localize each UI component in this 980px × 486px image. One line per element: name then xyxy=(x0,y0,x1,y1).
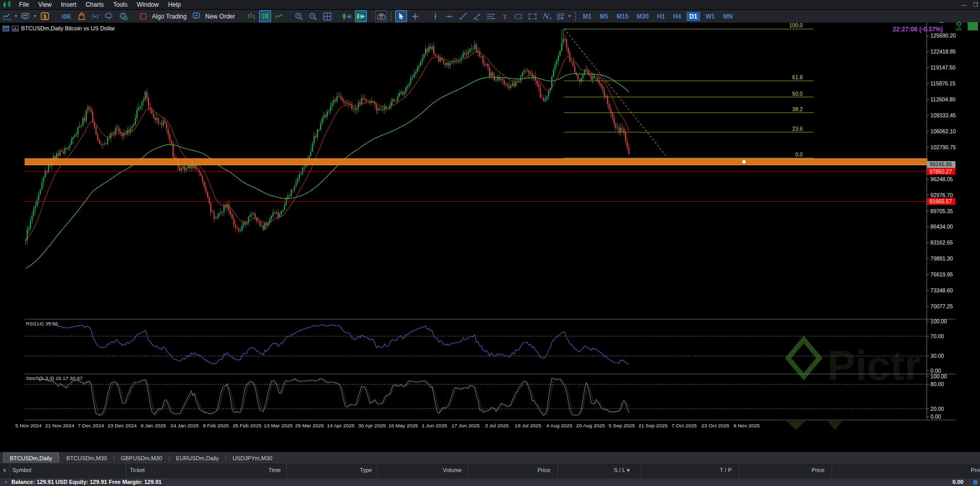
profiles-caret[interactable]: ▼ xyxy=(33,14,37,19)
svg-text:23.6: 23.6 xyxy=(792,126,803,132)
app-logo-icon xyxy=(2,1,12,8)
vertical-line-tool[interactable] xyxy=(429,10,441,22)
bars-chart-button[interactable] xyxy=(245,10,257,22)
timeframe-d1[interactable]: D1 xyxy=(686,12,700,21)
text-tool[interactable]: T xyxy=(499,10,511,22)
date-tick: 1 Jun 2025 xyxy=(421,423,447,428)
chart-shift-button[interactable] xyxy=(355,10,367,22)
restore-button[interactable]: ❐ xyxy=(973,2,978,8)
svg-text:61.8: 61.8 xyxy=(792,75,803,80)
date-tick: 9 Feb 2025 xyxy=(203,423,229,428)
date-tick: 17 Jun 2025 xyxy=(451,423,480,428)
svg-text:89705.35: 89705.35 xyxy=(931,209,953,214)
menu-window[interactable]: Window xyxy=(132,0,164,9)
timeframe-mn[interactable]: MN xyxy=(720,12,736,21)
svg-text:70.00: 70.00 xyxy=(931,334,944,339)
svg-text:102790.75: 102790.75 xyxy=(931,145,956,150)
cursor-button[interactable] xyxy=(395,10,407,22)
svg-text:IDE: IDE xyxy=(62,13,71,20)
svg-text:100.00: 100.00 xyxy=(931,374,947,379)
date-tick: 13 Mar 2025 xyxy=(264,423,293,428)
toolbox-column-price[interactable]: Price xyxy=(537,467,550,473)
algo-trading-label[interactable]: Algo Trading xyxy=(152,13,187,20)
date-tick: 21 Nov 2024 xyxy=(45,423,75,428)
tile-windows-button[interactable] xyxy=(321,10,333,22)
toolbox-column-profit[interactable]: Profit xyxy=(971,467,980,473)
toolbox-column-time[interactable]: Time xyxy=(268,467,281,473)
menu-charts[interactable]: Charts xyxy=(81,0,108,9)
toolbox-column-sl[interactable]: S / L ▾ xyxy=(614,467,630,474)
trendline-tool[interactable] xyxy=(457,10,469,22)
menu-file[interactable]: File xyxy=(14,0,33,9)
market-watch-button[interactable]: $ xyxy=(39,10,51,22)
fibo-tool[interactable] xyxy=(485,10,497,22)
timeframe-group: M1M5M15M30H1H4D1W1MN xyxy=(579,10,737,23)
toolbox-column-type[interactable]: Type xyxy=(360,467,372,473)
new-order-icon[interactable] xyxy=(191,10,202,22)
toolbox-column-ticket[interactable]: Ticket xyxy=(130,467,145,473)
chart-canvas[interactable]: 100.061.850.038.223.60.0Pictr125690.2012… xyxy=(0,23,980,452)
cloud-icon[interactable] xyxy=(104,10,115,22)
svg-text:122418.85: 122418.85 xyxy=(931,49,956,55)
connection-icon xyxy=(973,480,978,485)
date-tick: 16 May 2025 xyxy=(388,423,418,428)
elliott-tool[interactable]: B xyxy=(540,10,552,22)
date-tick: 7 Oct 2025 xyxy=(672,423,697,428)
shapes-tool[interactable] xyxy=(554,10,566,22)
timeframe-h4[interactable]: H4 xyxy=(670,12,684,21)
algo-trading-icon[interactable] xyxy=(138,10,149,22)
date-tick: 30 Apr 2025 xyxy=(358,423,386,428)
timeframe-m30[interactable]: M30 xyxy=(634,12,652,21)
label-tool[interactable] xyxy=(513,10,525,22)
shapes-caret[interactable]: ▼ xyxy=(567,14,571,19)
rectangle-tool[interactable] xyxy=(527,10,538,22)
menu-tools[interactable]: Tools xyxy=(109,0,132,9)
chart-tab-btcusdm-daily[interactable]: BTCUSDm,Daily xyxy=(3,453,59,463)
community-icon[interactable] xyxy=(117,10,129,22)
chart-tab-eurusdm-daily[interactable]: EURUSDm,Daily xyxy=(170,454,225,463)
svg-text:$: $ xyxy=(43,13,46,19)
svg-text:38.2: 38.2 xyxy=(792,107,803,112)
svg-text:125690.20: 125690.20 xyxy=(931,33,956,39)
menu-help[interactable]: Help xyxy=(163,0,185,9)
timeframe-h1[interactable]: H1 xyxy=(654,12,668,21)
toolbox-close-button[interactable]: x xyxy=(2,466,8,474)
timeframe-m15[interactable]: M15 xyxy=(614,12,632,21)
toolbox-column-separator xyxy=(286,464,287,477)
chart-window-icon xyxy=(3,26,9,31)
menu-view[interactable]: View xyxy=(33,0,56,9)
chart-tab-btcusdm-m30[interactable]: BTCUSDm,M30 xyxy=(60,454,113,463)
ide-button[interactable]: IDE xyxy=(59,10,74,22)
svg-text:115876.15: 115876.15 xyxy=(931,81,956,86)
toolbox-column-tp[interactable]: T / P xyxy=(720,467,732,473)
market-store-icon[interactable] xyxy=(76,10,88,22)
screenshot-button[interactable] xyxy=(375,10,387,22)
new-order-label[interactable]: New Order xyxy=(205,13,235,20)
chart-tab-gbpusdm-m30[interactable]: GBPUSDm,M30 xyxy=(114,454,168,463)
minimize-button[interactable]: — xyxy=(961,2,967,8)
toolbox-column-volume[interactable]: Volume xyxy=(443,467,462,473)
timeframe-w1[interactable]: W1 xyxy=(702,12,718,21)
crosshair-button[interactable] xyxy=(409,10,421,22)
chart-tab-usdjpym-m30[interactable]: USDJPYm,M30 xyxy=(226,454,278,463)
new-chart-caret[interactable]: ▼ xyxy=(14,14,18,19)
channel-tool[interactable] xyxy=(471,10,483,22)
horizontal-line-tool[interactable] xyxy=(443,10,455,22)
line-chart-button[interactable] xyxy=(273,10,285,22)
svg-text:109333.45: 109333.45 xyxy=(931,113,956,118)
zoom-in-button[interactable] xyxy=(293,10,305,22)
svg-text:0.00: 0.00 xyxy=(931,414,941,420)
new-chart-button[interactable] xyxy=(1,10,13,22)
profiles-button[interactable] xyxy=(20,10,32,22)
candles-chart-button[interactable] xyxy=(259,10,271,22)
menu-insert[interactable]: Insert xyxy=(56,0,81,9)
auto-scroll-button[interactable] xyxy=(341,10,353,22)
date-tick: 4 Aug 2025 xyxy=(546,423,572,428)
timeframe-m5[interactable]: M5 xyxy=(597,12,612,21)
toolbox-column-price[interactable]: Price xyxy=(812,467,824,473)
zoom-out-button[interactable] xyxy=(307,10,319,22)
toolbox-column-separator xyxy=(557,464,558,477)
signals-icon[interactable] xyxy=(90,10,102,22)
timeframe-m1[interactable]: M1 xyxy=(580,12,595,21)
toolbox-column-symbol[interactable]: Symbol xyxy=(12,467,31,473)
